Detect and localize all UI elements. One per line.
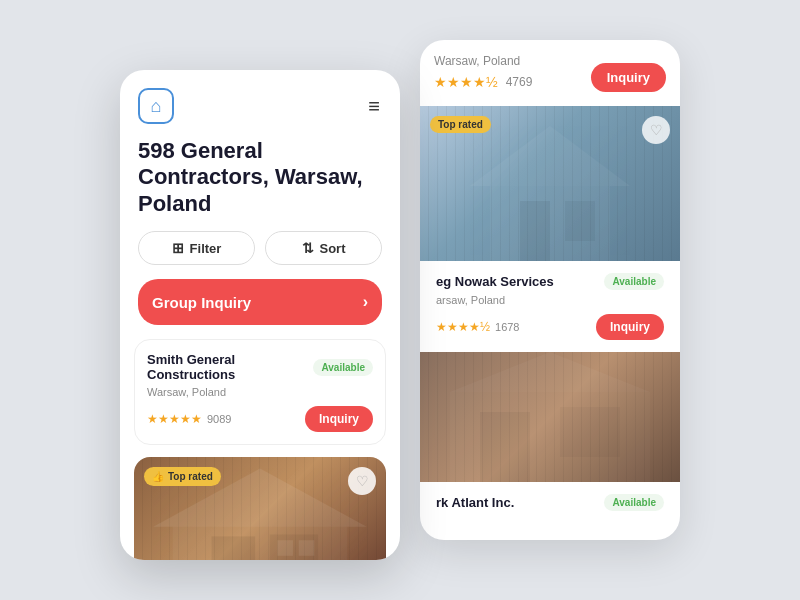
svg-marker-5 [450,352,650,392]
contractor-location: Warsaw, Poland [135,386,385,406]
top-rated-badge: 👍 Top rated [144,467,221,486]
front-card: ⌂ ≡ 598 General Contractors, Warsaw, Pol… [120,70,400,560]
back-top-section: Warsaw, Poland ★★★★½ 4769 Inquiry [420,40,680,106]
chevron-right-icon: › [363,293,368,311]
menu-button[interactable]: ≡ [368,95,382,118]
svg-marker-0 [470,126,630,186]
top-rated-badge-back: Top rated [430,116,491,133]
svg-rect-6 [480,412,530,482]
back-card: Warsaw, Poland ★★★★½ 4769 Inquiry Top ra… [420,40,680,540]
back-location-top: Warsaw, Poland [434,54,532,68]
group-inquiry-label: Group Inquiry [152,294,251,311]
front-header: ⌂ ≡ [120,70,400,132]
heart-icon-back[interactable]: ♡ [642,116,670,144]
contractor-card: Smith General Constructions Available Wa… [134,339,386,445]
review-count-top: 4769 [506,75,533,89]
stars-top: ★★★★½ [434,74,498,90]
filter-icon: ⊞ [172,240,184,256]
back-contractor2-inquiry-btn[interactable]: Inquiry [596,314,664,340]
inquiry-button-top[interactable]: Inquiry [591,63,666,92]
back-contractor3-header: rk Atlant Inc. Available [420,482,680,515]
back-contractor3-name: rk Atlant Inc. [436,495,514,510]
filter-button[interactable]: ⊞ Filter [138,231,255,265]
top-rated-icon: 👍 [152,471,164,482]
sort-button[interactable]: ⇅ Sort [265,231,382,265]
svg-rect-3 [565,201,595,241]
contractor-card-header: Smith General Constructions Available [135,340,385,386]
back-contractor2-status: Available [604,273,664,290]
svg-rect-10 [212,537,256,560]
group-inquiry-button[interactable]: Group Inquiry › [138,279,382,325]
svg-rect-2 [520,201,550,261]
back-contractor2-location: arsaw, Poland [420,294,680,314]
filter-sort-row: ⊞ Filter ⇅ Sort [120,231,400,279]
contractor-rating-row: ★★★★★ 9089 Inquiry [135,406,385,444]
contractor-reviews: 9089 [207,413,231,425]
back-contractor2-name: eg Nowak Services [436,274,554,289]
back-contractor2-rating: ★★★★½ 1678 Inquiry [420,314,680,352]
svg-rect-13 [299,540,315,556]
contractor-inquiry-button[interactable]: Inquiry [305,406,373,432]
page-title: 598 General Contractors, Warsaw, Poland [120,132,400,231]
sort-icon: ⇅ [302,240,314,256]
sort-label: Sort [320,241,346,256]
back-contractor3-status: Available [604,494,664,511]
back-contractor2-header: eg Nowak Services Available [420,261,680,294]
front-bottom-image: 👍 Top rated ♡ [134,457,386,560]
back-image-2 [420,352,680,482]
contractor-status: Available [313,359,373,376]
top-rated-label: Top rated [168,471,213,482]
svg-rect-12 [277,540,293,556]
svg-rect-9 [173,527,347,560]
contractor-name: Smith General Constructions [147,352,313,382]
app-logo: ⌂ [138,88,174,124]
back-rating-top: ★★★★½ 4769 [434,74,532,90]
back-contractor2-stars: ★★★★½ [436,320,490,334]
back-contractor2-reviews: 1678 [495,321,519,333]
svg-rect-7 [560,407,620,457]
contractor-stars: ★★★★★ [147,412,202,426]
heart-icon[interactable]: ♡ [348,467,376,495]
filter-label: Filter [190,241,222,256]
back-image-1: Top rated ♡ [420,106,680,261]
